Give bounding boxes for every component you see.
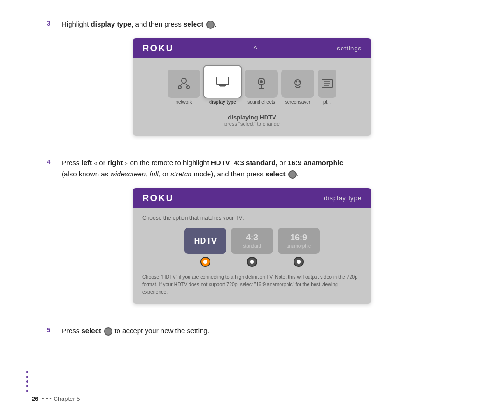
page-number: 26 — [32, 395, 38, 402]
standard-select-icon — [247, 257, 257, 267]
hdtv-label-top: HDTV — [194, 236, 217, 246]
hdtv-select-icon — [200, 257, 210, 267]
step-3-text: Highlight display type, and then press s… — [62, 19, 217, 30]
hdtv-option[interactable]: HDTV — [184, 228, 226, 267]
step-4-block: 4 Press left ◃ or right ▹ on the remote … — [47, 157, 457, 315]
roku-screenshot-1: Roku ^ settings — [133, 38, 371, 136]
screensaver-svg-icon — [291, 77, 305, 90]
screenshot-2-wrapper: Roku display type Choose the option that… — [47, 188, 457, 315]
network-svg-icon — [177, 77, 191, 90]
display-info: displaying HDTV press "select" to change — [142, 114, 362, 126]
svg-line-3 — [180, 83, 184, 86]
step-4-line: 4 Press left ◃ or right ▹ on the remote … — [47, 157, 457, 180]
left-arrow-icon: ◃ — [94, 159, 97, 168]
display-info-sub: press "select" to change — [142, 121, 362, 126]
display-type-svg-icon — [216, 75, 230, 88]
dot-2 — [26, 376, 28, 378]
step-4-text: Press left ◃ or right ▹ on the remote to… — [62, 157, 343, 180]
standard-option-box: 4:3 standard — [231, 228, 273, 254]
anamorphic-option[interactable]: 16:9 anamorphic — [278, 228, 320, 267]
network-icon-box — [168, 70, 200, 98]
roku-logo-1: Roku — [142, 43, 174, 54]
roku-logo-2: Roku — [142, 193, 174, 203]
svg-point-1 — [178, 86, 181, 89]
roku-header-1: Roku ^ settings — [133, 38, 371, 58]
dot-3 — [26, 380, 28, 383]
anamorphic-select-dot — [297, 260, 301, 264]
svg-point-2 — [187, 86, 189, 89]
more-svg-icon — [320, 77, 334, 90]
anamorphic-select-icon — [294, 257, 304, 267]
anamorphic-label-top: 16:9 — [290, 233, 307, 243]
svg-line-4 — [184, 83, 188, 86]
sound-effects-icon-box — [245, 70, 278, 98]
sound-effects-svg-icon — [254, 77, 268, 90]
dots-separator: • • • — [42, 395, 54, 402]
roku-body-1: network display type — [133, 58, 371, 136]
header-title-1: settings — [337, 45, 362, 52]
more-icon-item[interactable]: pl... — [318, 70, 336, 105]
hdtv-select-dot — [203, 260, 207, 264]
screensaver-icon-box — [281, 70, 314, 98]
left-dots — [26, 371, 28, 392]
dot-5 — [26, 390, 28, 392]
select-icon-3 — [104, 327, 112, 336]
screensaver-icon-item[interactable]: screensaver — [281, 70, 314, 105]
hdtv-option-box: HDTV — [184, 228, 226, 254]
more-icon-box — [318, 70, 336, 98]
step-3-number: 3 — [47, 19, 55, 27]
network-icon-item[interactable]: network — [168, 70, 200, 105]
standard-select-dot — [250, 260, 254, 264]
choose-label: Choose the option that matches your TV: — [142, 215, 362, 221]
select-icon-1 — [206, 21, 215, 29]
step-5-block: 5 Press select to accept your new the se… — [47, 325, 457, 336]
svg-point-9 — [260, 80, 263, 83]
standard-label-bottom: standard — [243, 244, 261, 249]
more-label: pl... — [323, 99, 331, 105]
description-text: Choose "HDTV" if you are connecting to a… — [142, 273, 362, 295]
screenshot-1-wrapper: Roku ^ settings — [47, 38, 457, 147]
step-5-number: 5 — [47, 326, 55, 334]
anamorphic-option-box: 16:9 anamorphic — [278, 228, 320, 254]
chapter-label: • • • Chapter 5 — [42, 395, 80, 402]
standard-option[interactable]: 4:3 standard — [231, 228, 273, 267]
step-5-line: 5 Press select to accept your new the se… — [47, 325, 457, 336]
dot-4 — [26, 385, 28, 387]
step-3-line: 3 Highlight display type, and then press… — [47, 19, 457, 30]
header-title-2: display type — [324, 195, 362, 202]
display-info-main: displaying HDTV — [142, 114, 362, 121]
settings-icons-row: network display type — [142, 66, 362, 105]
network-label: network — [175, 99, 192, 105]
svg-point-0 — [182, 78, 186, 83]
dot-1 — [26, 371, 28, 373]
anamorphic-label-bottom: anamorphic — [287, 244, 311, 249]
step-4-number: 4 — [47, 158, 55, 166]
svg-point-12 — [295, 80, 301, 85]
roku-header-2: Roku display type — [133, 188, 371, 208]
display-type-icon-box — [204, 66, 241, 98]
screensaver-label: screensaver — [285, 99, 310, 105]
roku-logo-text: Roku — [142, 43, 174, 53]
svg-point-13 — [296, 81, 297, 83]
svg-point-14 — [299, 81, 300, 83]
sound-effects-icon-item[interactable]: sound effects — [245, 70, 278, 105]
select-icon-2 — [288, 170, 297, 179]
svg-rect-5 — [217, 77, 229, 85]
display-type-label: display type — [209, 99, 236, 105]
sound-effects-label: sound effects — [247, 99, 275, 105]
display-type-icon-item[interactable]: display type — [204, 66, 241, 105]
display-options-row: HDTV 4:3 standard — [142, 228, 362, 267]
header-arrow: ^ — [254, 45, 257, 52]
roku-body-2: Choose the option that matches your TV: … — [133, 208, 371, 304]
right-arrow-icon: ▹ — [125, 159, 128, 168]
roku-screenshot-2: Roku display type Choose the option that… — [133, 188, 371, 304]
step-3-block: 3 Highlight display type, and then press… — [47, 19, 457, 147]
standard-label-top: 4:3 — [246, 233, 258, 243]
step-5-text: Press select to accept your new the sett… — [62, 325, 210, 336]
page-container: 3 Highlight display type, and then press… — [0, 0, 504, 420]
